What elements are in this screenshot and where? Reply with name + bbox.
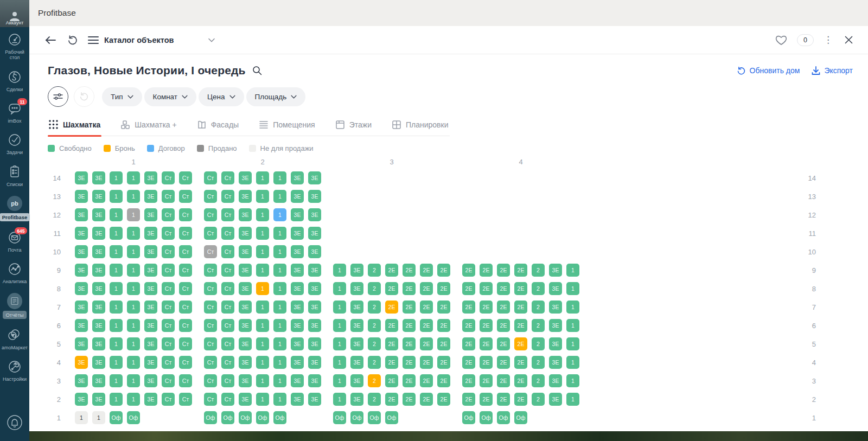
unit-cell[interactable]: Ст <box>162 319 175 332</box>
unit-cell[interactable]: 1 <box>273 301 286 314</box>
unit-cell[interactable]: 1 <box>256 208 269 221</box>
unit-cell[interactable]: 3Е <box>75 282 88 295</box>
unit-cell[interactable]: 2Е <box>420 319 433 332</box>
unit-cell[interactable]: 2Е <box>462 393 475 406</box>
unit-cell[interactable]: 2Е <box>420 374 433 387</box>
unit-cell[interactable]: 2Е <box>480 393 493 406</box>
unit-cell[interactable]: 2Е <box>462 301 475 314</box>
unit-cell[interactable]: 3Е <box>291 171 304 184</box>
unit-cell[interactable]: 2 <box>532 282 545 295</box>
unit-cell[interactable]: 2 <box>532 301 545 314</box>
unit-cell[interactable]: 1 <box>127 171 140 184</box>
unit-cell[interactable]: 2Е <box>514 319 527 332</box>
unit-cell[interactable]: 2Е <box>497 264 510 277</box>
unit-cell[interactable]: 2Е <box>437 282 450 295</box>
unit-cell[interactable]: 2Е <box>437 374 450 387</box>
unit-cell[interactable]: 3Е <box>144 337 157 350</box>
unit-cell[interactable]: 3Е <box>75 337 88 350</box>
unit-cell[interactable]: 3Е <box>308 319 321 332</box>
sidebar-item-desktop[interactable]: Рабочий стол <box>0 27 29 65</box>
unit-cell[interactable]: 3Е <box>291 319 304 332</box>
unit-cell[interactable]: Ст <box>179 319 192 332</box>
unit-cell[interactable]: 2Е <box>462 282 475 295</box>
unit-cell[interactable]: 2Е <box>385 374 398 387</box>
unit-cell[interactable]: 2Е <box>480 319 493 332</box>
unit-cell[interactable]: 3Е <box>75 171 88 184</box>
unit-cell[interactable]: 3Е <box>549 337 562 350</box>
unit-cell[interactable]: 3Е <box>144 227 157 240</box>
unit-cell[interactable]: 3Е <box>308 356 321 369</box>
unit-cell[interactable]: 3Е <box>75 393 88 406</box>
unit-cell[interactable]: 1 <box>110 301 123 314</box>
unit-cell[interactable]: 1 <box>92 411 105 424</box>
unit-cell[interactable]: 3Е <box>291 337 304 350</box>
unit-cell[interactable]: Оф <box>385 411 398 424</box>
unit-cell[interactable]: Ст <box>179 245 192 258</box>
sidebar-item-reports[interactable]: Отчёты <box>0 289 29 323</box>
unit-cell[interactable]: 3Е <box>549 356 562 369</box>
unit-cell[interactable]: 1 <box>127 374 140 387</box>
unit-cell[interactable]: 3Е <box>308 190 321 203</box>
unit-cell[interactable]: 3Е <box>308 171 321 184</box>
unit-cell[interactable]: Ст <box>162 337 175 350</box>
unit-cell[interactable]: Ст <box>162 356 175 369</box>
unit-cell[interactable]: 1 <box>127 319 140 332</box>
unit-cell[interactable]: 2Е <box>420 356 433 369</box>
unit-cell[interactable]: 3Е <box>549 319 562 332</box>
unit-cell[interactable]: Ст <box>179 190 192 203</box>
unit-cell[interactable]: 2Е <box>403 374 416 387</box>
sidebar-item-mail[interactable]: 645Почта <box>0 225 29 257</box>
unit-cell[interactable]: 2 <box>532 374 545 387</box>
unit-cell[interactable]: 1 <box>110 393 123 406</box>
unit-cell[interactable]: 2 <box>368 264 381 277</box>
unit-cell[interactable]: Ст <box>221 282 234 295</box>
unit-cell[interactable]: Ст <box>162 227 175 240</box>
unit-cell[interactable]: 3Е <box>239 301 252 314</box>
unit-cell[interactable]: 1 <box>127 190 140 203</box>
unit-cell[interactable]: 3Е <box>92 337 105 350</box>
unit-cell[interactable]: Ст <box>162 393 175 406</box>
unit-cell[interactable]: 3Е <box>92 227 105 240</box>
unit-cell[interactable]: 1 <box>333 393 346 406</box>
unit-cell[interactable]: Ст <box>162 282 175 295</box>
unit-cell[interactable]: 3Е <box>350 319 363 332</box>
unit-cell[interactable]: 1 <box>273 393 286 406</box>
sidebar-item-deals[interactable]: Сделки <box>0 65 29 96</box>
tab-этажи[interactable]: Этажи <box>335 117 373 136</box>
unit-cell[interactable]: 2Е <box>385 393 398 406</box>
unit-cell[interactable]: Оф <box>514 411 527 424</box>
unit-cell[interactable]: 1 <box>127 356 140 369</box>
unit-cell[interactable]: 3Е <box>75 245 88 258</box>
unit-cell[interactable]: 1 <box>256 393 269 406</box>
unit-cell[interactable]: 2Е <box>403 356 416 369</box>
more-menu-button[interactable]: ⋮ <box>821 35 835 44</box>
unit-cell[interactable]: 3Е <box>239 282 252 295</box>
unit-cell[interactable]: 2 <box>368 393 381 406</box>
unit-cell[interactable]: Ст <box>221 227 234 240</box>
unit-cell[interactable]: 2 <box>532 319 545 332</box>
unit-cell[interactable]: 3Е <box>239 319 252 332</box>
unit-cell[interactable]: 1 <box>110 227 123 240</box>
unit-cell[interactable]: 1 <box>110 171 123 184</box>
unit-cell[interactable]: Ст <box>204 245 217 258</box>
unit-cell[interactable]: 1 <box>273 264 286 277</box>
favorites-button[interactable] <box>773 33 789 48</box>
unit-cell[interactable]: 1 <box>273 227 286 240</box>
unit-cell[interactable]: 1 <box>333 356 346 369</box>
unit-cell[interactable]: Ст <box>179 264 192 277</box>
unit-cell[interactable]: 2Е <box>480 374 493 387</box>
notifications-bell-button[interactable] <box>7 414 23 433</box>
unit-cell[interactable]: 3Е <box>350 282 363 295</box>
unit-cell[interactable]: 2Е <box>514 374 527 387</box>
unit-cell[interactable]: 3Е <box>239 227 252 240</box>
unit-cell[interactable]: Ст <box>162 301 175 314</box>
unit-cell[interactable]: 1 <box>110 190 123 203</box>
unit-cell[interactable]: Ст <box>179 227 192 240</box>
unit-cell[interactable]: Ст <box>204 337 217 350</box>
unit-cell[interactable]: 1 <box>273 171 286 184</box>
unit-cell[interactable]: 2Е <box>403 393 416 406</box>
unit-cell[interactable]: 1 <box>256 171 269 184</box>
unit-cell[interactable]: Оф <box>221 411 234 424</box>
unit-cell[interactable]: 3Е <box>144 208 157 221</box>
unit-cell[interactable]: 3Е <box>144 264 157 277</box>
